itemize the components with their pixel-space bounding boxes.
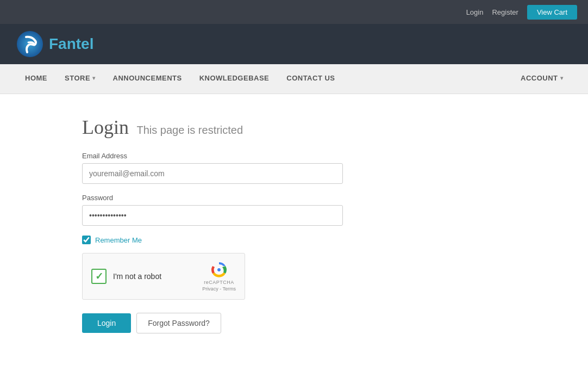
password-form-group: Password (82, 194, 506, 226)
page-title-row: Login This page is restricted (82, 116, 506, 139)
register-link[interactable]: Register (492, 8, 518, 16)
nav-right: ACCOUNT ▾ (512, 64, 572, 94)
captcha-left: ✓ I'm not a robot (91, 269, 161, 284)
captcha-right: reCAPTCHA Privacy - Terms (202, 261, 236, 292)
captcha-checkbox: ✓ (91, 269, 107, 284)
login-button[interactable]: Login (82, 313, 131, 333)
captcha-checkmark-icon: ✓ (95, 270, 103, 282)
main-nav: HOME STORE ▾ ANNOUNCEMENTS KNOWLEDGEBASE… (0, 64, 588, 94)
logo-text: Fantel (49, 35, 93, 53)
nav-item-knowledgebase[interactable]: KNOWLEDGEBASE (191, 64, 278, 94)
nav-item-account[interactable]: ACCOUNT ▾ (512, 64, 572, 94)
captcha-box[interactable]: ✓ I'm not a robot reCAPTCHA Privacy - Te… (82, 253, 245, 300)
email-form-group: Email Address (82, 152, 506, 184)
remember-me-row: Remember Me (82, 236, 506, 244)
nav-item-home[interactable]: HOME (16, 64, 56, 94)
view-cart-button[interactable]: View Cart (527, 5, 577, 20)
password-input[interactable] (82, 205, 343, 226)
main-content: Login This page is restricted Email Addr… (71, 116, 517, 333)
remember-me-checkbox[interactable] (82, 236, 91, 244)
recaptcha-brand-text: reCAPTCHA (204, 280, 234, 285)
nav-item-announcements[interactable]: ANNOUNCEMENTS (104, 64, 191, 94)
top-bar: Login Register View Cart (0, 0, 588, 24)
nav-item-contact-us[interactable]: CONTACT US (278, 64, 343, 94)
forgot-password-button[interactable]: Forgot Password? (136, 313, 221, 333)
captcha-label: I'm not a robot (113, 272, 161, 281)
logo-icon (16, 30, 43, 58)
nav-left: HOME STORE ▾ ANNOUNCEMENTS KNOWLEDGEBASE… (16, 64, 344, 94)
login-link[interactable]: Login (466, 8, 484, 16)
recaptcha-logo-icon (210, 261, 228, 279)
button-row: Login Forgot Password? (82, 313, 506, 333)
remember-me-label[interactable]: Remember Me (95, 236, 142, 244)
captcha-privacy-link[interactable]: Privacy (202, 286, 218, 292)
page-title: Login (82, 116, 129, 138)
captcha-links: Privacy - Terms (202, 286, 236, 292)
captcha-terms-link[interactable]: Terms (223, 286, 236, 292)
email-label: Email Address (82, 152, 506, 160)
store-dropdown-icon: ▾ (92, 75, 96, 81)
nav-item-store[interactable]: STORE ▾ (56, 64, 104, 94)
password-label: Password (82, 194, 506, 202)
email-input[interactable] (82, 163, 343, 184)
logo[interactable]: Fantel (16, 30, 93, 58)
account-dropdown-icon: ▾ (560, 75, 564, 81)
header: Fantel (0, 24, 588, 64)
page-subtitle: This page is restricted (136, 124, 243, 136)
svg-point-2 (217, 268, 221, 271)
